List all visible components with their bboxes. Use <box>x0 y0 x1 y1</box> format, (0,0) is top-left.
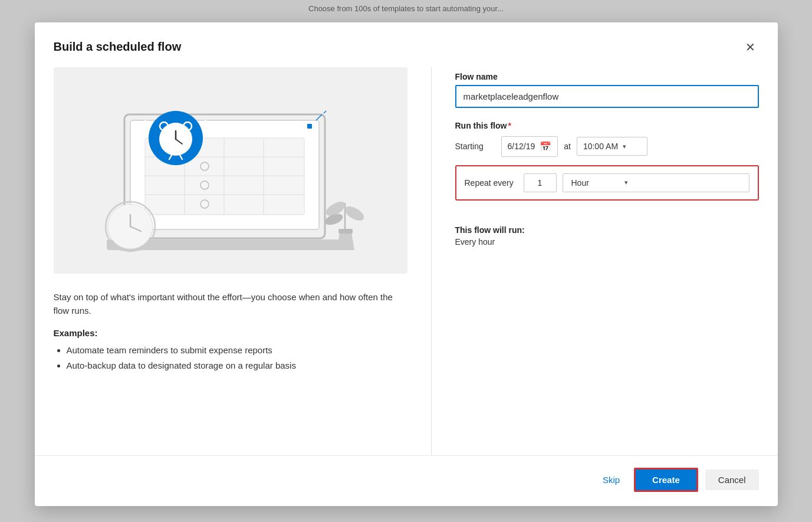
description-text: Stay on top of what's important without … <box>54 290 407 318</box>
svg-marker-19 <box>337 232 354 250</box>
svg-rect-20 <box>338 229 353 234</box>
repeat-number-input[interactable] <box>524 173 557 192</box>
repeat-label: Repeat every <box>465 178 518 188</box>
vertical-divider <box>431 67 432 455</box>
this-flow-value: Every hour <box>455 237 759 247</box>
repeat-unit-chevron-icon: ▾ <box>624 179 628 186</box>
repeat-unit-value: Hour <box>571 178 589 188</box>
time-chevron-icon: ▾ <box>623 143 626 150</box>
right-panel: Flow name Run this flow* Starting 6/12/1… <box>455 67 759 455</box>
example-item-2: Auto-backup data to designated storage o… <box>67 358 407 373</box>
example-item-1: Automate team reminders to submit expens… <box>67 343 407 358</box>
close-button[interactable]: ✕ <box>742 39 759 55</box>
this-flow-title: This flow will run: <box>455 225 759 235</box>
svg-rect-37 <box>307 124 312 129</box>
examples-title: Examples: <box>54 328 407 338</box>
time-value: 10:00 AM <box>583 142 618 151</box>
at-label: at <box>564 142 571 151</box>
skip-button[interactable]: Skip <box>596 470 627 490</box>
illustration <box>54 67 407 274</box>
top-bar: Choose from 100s of templates to start a… <box>0 0 812 17</box>
this-flow-section: This flow will run: Every hour <box>455 225 759 247</box>
date-value: 6/12/19 <box>508 142 535 151</box>
run-flow-label: Run this flow* <box>455 121 759 130</box>
calendar-icon: 📅 <box>540 141 551 152</box>
starting-label: Starting <box>455 142 495 151</box>
dialog-header: Build a scheduled flow ✕ <box>35 22 778 55</box>
dialog: Build a scheduled flow ✕ <box>35 22 778 506</box>
time-dropdown[interactable]: 10:00 AM ▾ <box>577 137 647 156</box>
dialog-body: Stay on top of what's important without … <box>35 55 778 455</box>
repeat-unit-dropdown[interactable]: Hour ▾ <box>563 173 749 192</box>
date-field[interactable]: 6/12/19 📅 <box>501 136 558 157</box>
left-panel: Stay on top of what's important without … <box>54 67 407 455</box>
flow-name-input[interactable] <box>455 85 759 108</box>
flow-name-label: Flow name <box>455 72 759 81</box>
cancel-button[interactable]: Cancel <box>705 470 759 490</box>
create-button[interactable]: Create <box>634 468 698 492</box>
dialog-footer: Skip Create Cancel <box>35 455 778 506</box>
run-flow-section: Run this flow* Starting 6/12/19 📅 at 10:… <box>455 121 759 214</box>
examples-list: Automate team reminders to submit expens… <box>54 343 407 373</box>
dialog-title: Build a scheduled flow <box>54 40 182 54</box>
repeat-row: Repeat every Hour ▾ <box>455 165 759 201</box>
starting-row: Starting 6/12/19 📅 at 10:00 AM ▾ <box>455 136 759 157</box>
